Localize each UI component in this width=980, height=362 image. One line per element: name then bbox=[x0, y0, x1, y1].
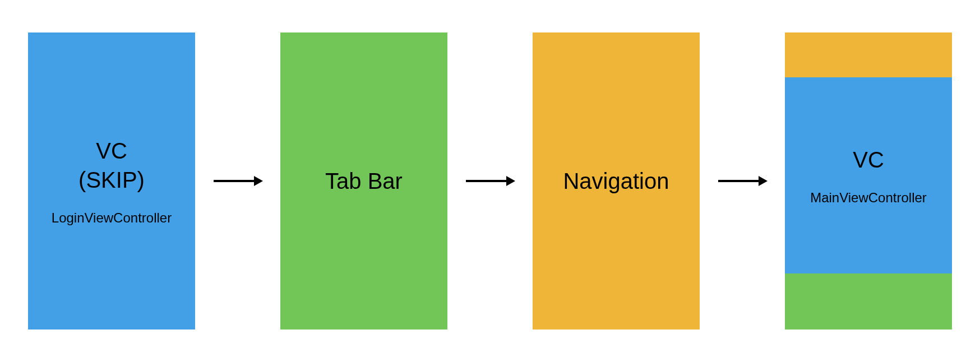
flow-diagram: VC (SKIP) LoginViewController Tab Bar Na… bbox=[28, 33, 952, 329]
login-subtitle: LoginViewController bbox=[52, 210, 172, 226]
main-vc-stacked-box: VC MainViewController bbox=[785, 33, 952, 329]
navbar-region bbox=[785, 33, 952, 77]
navigation-title: Navigation bbox=[563, 166, 669, 196]
svg-marker-1 bbox=[254, 176, 263, 186]
svg-marker-3 bbox=[506, 176, 515, 186]
login-vc-box: VC (SKIP) LoginViewController bbox=[28, 33, 195, 329]
navigation-box: Navigation bbox=[533, 33, 700, 329]
tabbar-title: Tab Bar bbox=[325, 166, 403, 196]
arrow-icon bbox=[212, 173, 263, 189]
login-title-line1: VC bbox=[96, 136, 127, 165]
main-subtitle: MainViewController bbox=[810, 190, 927, 206]
tabbar-region bbox=[785, 273, 952, 329]
arrow-icon bbox=[465, 173, 515, 189]
arrow-icon bbox=[717, 173, 768, 189]
main-content-region: VC MainViewController bbox=[785, 77, 952, 273]
svg-marker-5 bbox=[759, 176, 768, 186]
main-title: VC bbox=[853, 145, 884, 174]
login-title-line2: (SKIP) bbox=[78, 165, 145, 194]
tabbar-box: Tab Bar bbox=[280, 33, 447, 329]
